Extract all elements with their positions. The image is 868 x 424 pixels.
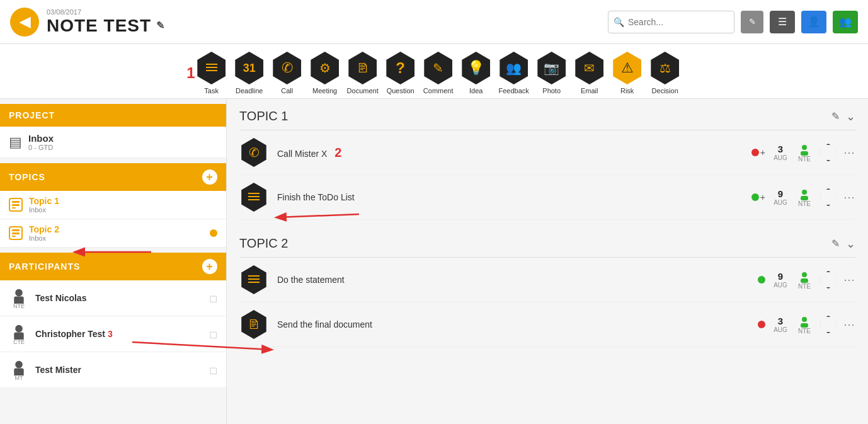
participant-item-1[interactable]: CTE Christopher Test 3 ◻ <box>0 316 226 352</box>
svg-rect-6 <box>12 229 20 231</box>
task-call-hex-outline[interactable] <box>819 144 837 161</box>
topic2-header-actions: ✎ ⌄ <box>831 237 855 251</box>
add-participant-button[interactable]: + <box>202 259 217 274</box>
participant2-info: Test Mister <box>35 365 81 375</box>
tool-email[interactable]: ✉ Email <box>573 52 606 95</box>
topic1-circle-icon <box>9 198 23 212</box>
back-button[interactable]: ◀ <box>10 8 39 37</box>
svg-rect-4 <box>12 204 20 206</box>
tool-deadline[interactable]: 31 Deadline <box>233 52 266 95</box>
task-todo-more-button[interactable]: ⋯ <box>843 190 855 204</box>
tool-document-label: Document <box>347 87 379 95</box>
participant0-info: Test Nicolas <box>35 293 86 303</box>
risk-icon: ⚠ <box>611 52 644 84</box>
task-document-hex-outline[interactable] <box>819 316 837 333</box>
main-layout: PROJECT ▤ Inbox 0 - GTD TOPICS + Topic 1… <box>0 99 868 424</box>
tool-task[interactable]: Task <box>195 52 228 95</box>
participant1-name: Christopher Test 3 <box>35 329 113 339</box>
task-todo-hex-icon <box>239 183 268 212</box>
tool-decision[interactable]: ⚖ Decision <box>649 52 682 95</box>
task-do-statement-name: Do the statement <box>277 275 749 285</box>
task-todo-meta: + 9 AUG NTE ⋯ <box>751 188 855 207</box>
topic1-header-actions: ✎ ⌄ <box>831 110 855 123</box>
task-statement-hex-icon <box>239 265 268 294</box>
tool-photo[interactable]: 📷 Photo <box>535 52 568 95</box>
svg-rect-1 <box>206 67 217 68</box>
svg-point-22 <box>15 361 23 369</box>
sidebar-item-topic1[interactable]: Topic 1 Inbox <box>0 191 226 219</box>
task-call-date: 3 AUG <box>772 144 789 161</box>
pen-button[interactable]: ✎ <box>741 11 763 33</box>
topic1-name: Topic 1 <box>29 196 59 206</box>
tool-feedback[interactable]: 👥 Feedback <box>498 52 530 95</box>
task-document-nte: NTE <box>796 315 813 335</box>
task-statement-more-button[interactable]: ⋯ <box>843 273 855 287</box>
task-todo-date: 9 AUG <box>772 188 789 206</box>
svg-point-34 <box>802 272 807 277</box>
task-row-call-mister-x: ✆ Call Mister X 2 + 3 AUG <box>239 130 855 175</box>
feedback-icon: 👥 <box>498 52 530 84</box>
task-call-more-button[interactable]: ⋯ <box>843 146 855 159</box>
participants-label: PARTICIPANTS <box>9 261 80 272</box>
topic-section-2: TOPIC 2 ✎ ⌄ Do the statement 9 <box>239 226 855 347</box>
project-section-header: PROJECT <box>0 104 226 127</box>
svg-point-24 <box>802 145 807 150</box>
svg-rect-7 <box>12 232 20 234</box>
sidebar-item-topic2[interactable]: Topic 2 Inbox <box>0 219 226 248</box>
project-item-inbox[interactable]: ▤ Inbox 0 - GTD <box>0 127 226 158</box>
task-todo-nte: NTE <box>796 188 813 207</box>
svg-point-29 <box>802 190 807 195</box>
task-call-mister-x-name: Call Mister X 2 <box>277 146 743 160</box>
tool-photo-label: Photo <box>542 87 561 95</box>
tool-call[interactable]: ✆ Call <box>271 52 304 95</box>
add-topic-button[interactable]: + <box>202 169 217 185</box>
task-call-hex-icon: ✆ <box>239 138 268 167</box>
toolbar-number: 1 <box>186 64 195 82</box>
user-icon: 👤 <box>808 16 820 28</box>
task-call-nte: NTE <box>796 143 813 163</box>
task-document-date: 3 AUG <box>772 316 789 333</box>
tool-idea-label: Idea <box>469 87 483 95</box>
task-statement-hex-outline[interactable] <box>819 271 837 289</box>
svg-point-12 <box>15 289 23 297</box>
participant-item-0[interactable]: NTE Test Nicolas ◻ <box>0 280 226 316</box>
topic2-header: TOPIC 2 ✎ ⌄ <box>239 226 855 258</box>
svg-rect-35 <box>801 278 808 283</box>
tool-comment[interactable]: ✎ Comment <box>422 52 455 95</box>
idea-icon: 💡 <box>460 52 493 84</box>
task-document-more-button[interactable]: ⋯ <box>843 318 855 331</box>
filter-button[interactable]: ☰ <box>770 11 795 33</box>
search-input[interactable] <box>628 17 729 27</box>
annotation-2: 2 <box>334 146 341 159</box>
back-arrow-icon: ◀ <box>20 14 30 30</box>
topic1-chevron-icon[interactable]: ⌄ <box>846 110 855 123</box>
svg-rect-31 <box>248 275 260 277</box>
task-statement-nte: NTE <box>796 270 813 290</box>
topic2-edit-icon[interactable]: ✎ <box>831 238 840 249</box>
tool-call-label: Call <box>281 87 293 95</box>
tool-risk[interactable]: ⚠ Risk <box>611 52 644 95</box>
task-todo-hex-outline[interactable] <box>819 188 837 206</box>
project-info: Inbox 0 - GTD <box>28 133 54 151</box>
topic2-header-title: TOPIC 2 <box>239 236 831 251</box>
topic2-sub: Inbox <box>29 234 59 242</box>
sidebar: PROJECT ▤ Inbox 0 - GTD TOPICS + Topic 1… <box>0 99 227 424</box>
participant1-check-icon: ◻ <box>209 328 217 340</box>
svg-rect-32 <box>248 278 260 280</box>
svg-rect-26 <box>248 193 260 194</box>
tool-document[interactable]: 🖹 Document <box>346 52 379 95</box>
tool-question[interactable]: ? Question <box>384 52 417 95</box>
tool-question-label: Question <box>387 87 414 95</box>
topics-section-header: TOPICS + <box>0 163 226 191</box>
title-edit-icon[interactable]: ✎ <box>156 20 165 32</box>
topic1-edit-icon[interactable]: ✎ <box>831 110 840 122</box>
tool-meeting[interactable]: ⚙ Meeting <box>309 52 341 95</box>
topic-section-1: TOPIC 1 ✎ ⌄ ✆ Call Mister X 2 + <box>239 99 855 220</box>
user-button[interactable]: 👤 <box>801 11 826 33</box>
topic2-chevron-icon[interactable]: ⌄ <box>846 237 855 251</box>
tool-risk-label: Risk <box>620 87 634 95</box>
participant-item-2[interactable]: MT Test Mister ◻ <box>0 352 226 388</box>
group-button[interactable]: 👥 <box>833 11 858 33</box>
meeting-icon: ⚙ <box>309 52 341 84</box>
tool-idea[interactable]: 💡 Idea <box>460 52 493 95</box>
